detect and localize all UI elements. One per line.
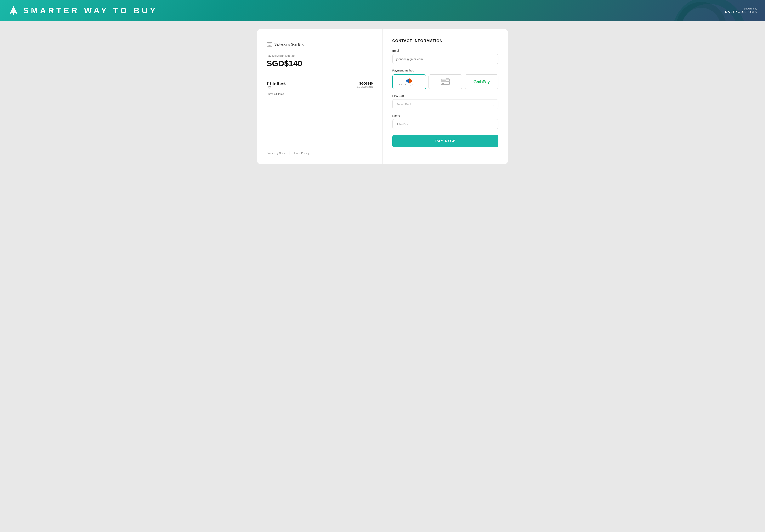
bank-select-wrapper: Select Bank Maybank CIMB Public Bank RHB… xyxy=(392,99,498,109)
merchant-icon xyxy=(267,42,273,47)
fpx-bank-label: FPX Bank xyxy=(392,94,498,97)
email-label: Email xyxy=(392,49,498,52)
card-icon xyxy=(440,78,450,86)
pay-now-button[interactable]: PAY NOW xyxy=(392,135,498,147)
left-footer: Powred by Stripe Terms Privacy xyxy=(267,148,373,155)
main-container: Saltyskins Sdn Bhd Pay Saltyskins Sdn Bh… xyxy=(0,21,765,172)
header-right: powered by SALTYCUSTOMS xyxy=(725,8,757,14)
brand-logo-icon xyxy=(8,5,19,16)
payment-card: Saltyskins Sdn Bhd Pay Saltyskins Sdn Bh… xyxy=(257,29,508,164)
header-title: SMARTER WAY TO BUY xyxy=(23,6,158,15)
item-price-block: SGD$140 SGD$70 each xyxy=(357,82,373,88)
item-qty: Qty 2 xyxy=(267,85,286,89)
merchant-info: Saltyskins Sdn Bhd xyxy=(267,42,373,47)
brand-light: CUSTOMS xyxy=(738,10,757,14)
pay-label: Pay Saltyskins Sdn Bhd xyxy=(267,54,373,57)
item-name: T-Shirt Black xyxy=(267,82,286,85)
name-label: Name xyxy=(392,114,498,117)
bank-select[interactable]: Select Bank Maybank CIMB Public Bank RHB… xyxy=(392,99,498,109)
fpx-logo: Online Banking Payments xyxy=(399,78,419,86)
fpx-diamond-icon xyxy=(405,78,413,84)
brand-name: SALTYCUSTOMS xyxy=(725,10,757,14)
left-content: Saltyskins Sdn Bhd Pay Saltyskins Sdn Bh… xyxy=(267,39,373,96)
card-payment-button[interactable] xyxy=(428,74,462,89)
pay-amount: SGD$140 xyxy=(267,59,373,68)
grab-text: Grab xyxy=(473,79,482,84)
svg-marker-4 xyxy=(409,78,412,84)
merchant-name: Saltyskins Sdn Bhd xyxy=(274,43,304,47)
footer-divider xyxy=(290,152,290,155)
powered-stripe-text: Powred by Stripe xyxy=(267,152,286,155)
contact-section-title: CONTACT INFORMATION xyxy=(392,39,498,43)
merchant-bar-decoration xyxy=(267,39,274,39)
svg-rect-9 xyxy=(446,79,449,80)
header-left: SMARTER WAY TO BUY xyxy=(8,5,158,16)
payment-method-label: Payment method xyxy=(392,69,498,72)
payment-methods: Online Banking Payments xyxy=(392,74,498,89)
grabpay-payment-button[interactable]: GrabPay xyxy=(464,74,498,89)
item-total: SGD$140 xyxy=(357,82,373,85)
powered-by-label: powered by xyxy=(725,8,757,10)
show-all-link[interactable]: Show all items xyxy=(267,93,284,96)
fpx-payment-button[interactable]: Online Banking Payments xyxy=(392,74,426,89)
grabpay-logo: GrabPay xyxy=(473,79,490,84)
email-input[interactable] xyxy=(392,54,498,64)
terms-privacy-link[interactable]: Terms Privacy xyxy=(294,152,310,155)
item-details: T-Shirt Black Qty 2 xyxy=(267,82,286,89)
fpx-sub-label: Online Banking Payments xyxy=(399,84,419,86)
right-panel: CONTACT INFORMATION Email Payment method xyxy=(383,29,508,164)
pay-text: Pay xyxy=(482,79,489,84)
page-header: SMARTER WAY TO BUY powered by SALTYCUSTO… xyxy=(0,0,765,21)
svg-marker-3 xyxy=(406,78,409,84)
brand-bold: SALTY xyxy=(725,10,738,14)
left-panel: Saltyskins Sdn Bhd Pay Saltyskins Sdn Bh… xyxy=(257,29,383,164)
item-row: T-Shirt Black Qty 2 SGD$140 SGD$70 each xyxy=(267,82,373,89)
item-unit-price: SGD$70 each xyxy=(357,85,373,88)
svg-rect-7 xyxy=(442,83,444,84)
name-input[interactable] xyxy=(392,119,498,129)
